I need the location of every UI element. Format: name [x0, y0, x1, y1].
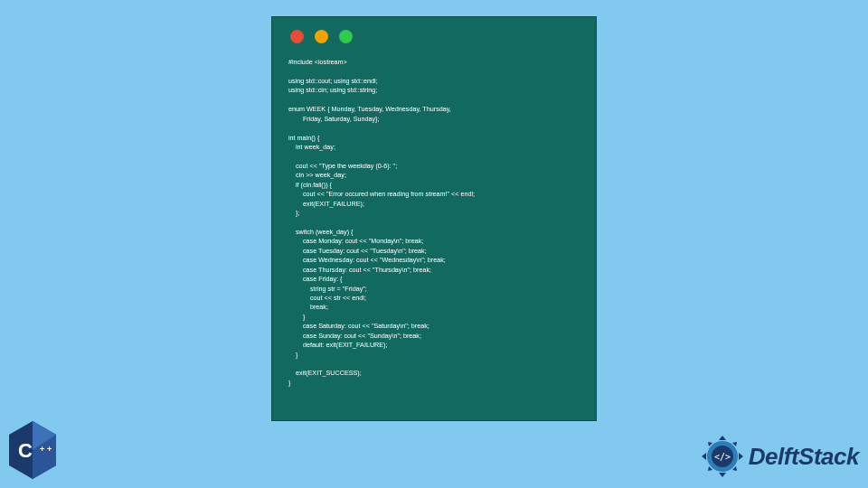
svg-text:+: + [40, 445, 44, 454]
delftstack-gear-icon: </> [700, 434, 745, 479]
traffic-light-green-icon [339, 30, 353, 43]
svg-text:</>: </> [714, 452, 731, 462]
svg-text:+: + [47, 445, 52, 454]
delftstack-logo: </> DelftStack [700, 434, 859, 479]
traffic-light-red-icon [290, 30, 304, 43]
svg-marker-6 [719, 436, 726, 440]
svg-marker-7 [719, 473, 726, 477]
svg-text:C: C [18, 439, 33, 462]
code-block: #include <iostream> using std::cout; usi… [288, 58, 580, 388]
delftstack-label: DelftStack [749, 443, 859, 471]
traffic-light-yellow-icon [315, 30, 328, 43]
svg-marker-8 [702, 453, 706, 460]
svg-marker-9 [739, 453, 743, 460]
code-window: #include <iostream> using std::cout; usi… [271, 16, 597, 421]
traffic-lights [290, 30, 580, 43]
cpp-logo-icon: C + + [5, 419, 60, 481]
